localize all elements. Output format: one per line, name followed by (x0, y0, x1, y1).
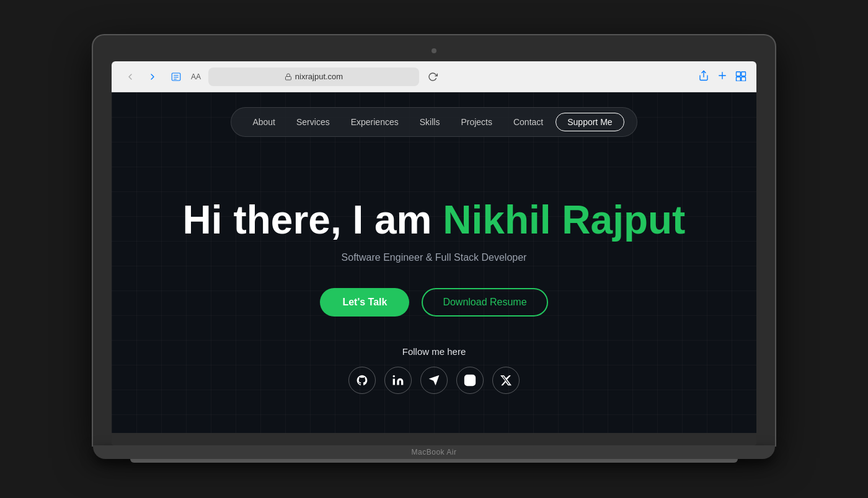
url-bar[interactable]: nixrajput.com (208, 68, 419, 86)
browser-nav-buttons (122, 68, 161, 85)
hero-subtitle: Software Engineer & Full Stack Developer (342, 252, 527, 263)
follow-label: Follow me here (402, 346, 466, 357)
macbook-bottom-bezel (112, 433, 756, 445)
svg-rect-8 (737, 72, 741, 76)
back-button[interactable] (122, 68, 139, 85)
tabs-button[interactable] (735, 70, 746, 84)
linkedin-icon[interactable] (384, 367, 412, 394)
nav-services[interactable]: Services (288, 113, 339, 131)
svg-rect-9 (742, 72, 746, 76)
macbook-body: AA nixrajput.com (93, 35, 775, 445)
hero-section: Hi there, I am Nikhil Rajput Software En… (170, 147, 698, 433)
screen: AA nixrajput.com (112, 61, 756, 433)
macbook-model-label: MacBook Air (412, 448, 457, 456)
hero-heading-prefix: Hi there, I am (183, 198, 443, 242)
hero-name: Nikhil Rajput (443, 198, 685, 242)
macbook-frame: AA nixrajput.com (93, 35, 775, 463)
lets-talk-button[interactable]: Let's Talk (320, 288, 409, 317)
svg-point-12 (393, 375, 395, 377)
follow-section: Follow me here (348, 346, 520, 394)
svg-point-14 (468, 378, 472, 382)
forward-button[interactable] (144, 68, 161, 85)
nav-experiences[interactable]: Experiences (342, 113, 407, 131)
aa-label[interactable]: AA (191, 72, 201, 81)
reader-icon[interactable] (167, 68, 185, 85)
nav-pill: About Services Experiences Skills Projec… (231, 107, 637, 137)
camera-bar (112, 44, 756, 58)
url-text: nixrajput.com (295, 72, 343, 81)
nav-skills[interactable]: Skills (411, 113, 449, 131)
url-area: AA nixrajput.com (191, 68, 692, 86)
macbook-foot (130, 459, 738, 463)
navigation: About Services Experiences Skills Projec… (112, 92, 756, 147)
svg-point-15 (472, 377, 474, 378)
nav-contact[interactable]: Contact (505, 113, 552, 131)
svg-rect-11 (742, 77, 746, 81)
hero-heading: Hi there, I am Nikhil Rajput (183, 198, 686, 242)
browser-action-buttons (698, 70, 746, 84)
new-tab-button[interactable] (717, 70, 728, 84)
nav-support-me[interactable]: Support Me (556, 113, 624, 131)
share-button[interactable] (698, 70, 709, 84)
hero-buttons: Let's Talk Download Resume (320, 288, 547, 317)
telegram-icon[interactable] (420, 367, 448, 394)
camera (432, 48, 436, 53)
instagram-icon[interactable] (456, 367, 484, 394)
social-icons-row (348, 367, 520, 394)
browser-chrome: AA nixrajput.com (112, 61, 756, 92)
nav-projects[interactable]: Projects (452, 113, 501, 131)
reload-button[interactable] (424, 68, 441, 85)
svg-rect-4 (285, 76, 291, 80)
nav-about[interactable]: About (244, 113, 284, 131)
download-resume-button[interactable]: Download Resume (422, 288, 547, 317)
website-content: About Services Experiences Skills Projec… (112, 92, 756, 433)
github-icon[interactable] (348, 367, 376, 394)
macbook-base: MacBook Air (93, 445, 775, 459)
twitter-x-icon[interactable] (492, 367, 520, 394)
svg-rect-10 (737, 77, 741, 81)
